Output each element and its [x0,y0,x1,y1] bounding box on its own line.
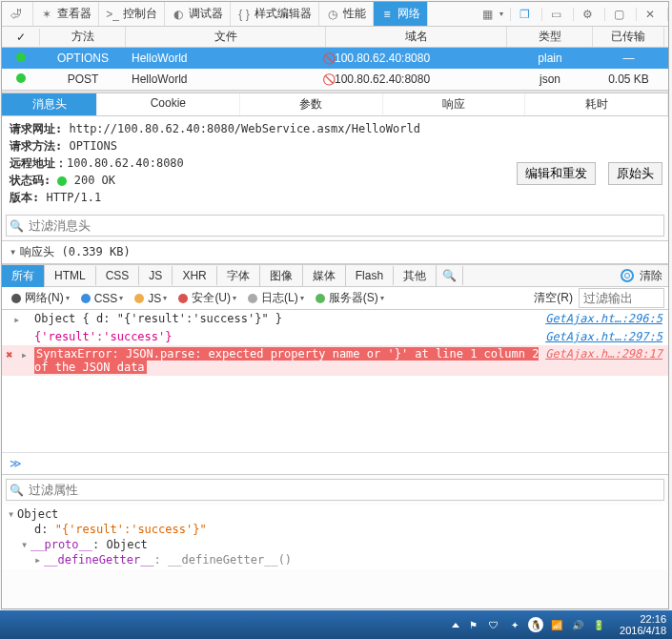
close-button[interactable]: ✕ [637,8,668,21]
filter-search[interactable]: 🔍 [437,266,463,285]
settings-button[interactable]: ⚙ [574,8,605,21]
network-row[interactable]: OPTIONS HelloWorld ⃠100.80.62.40:8080 pl… [2,48,668,69]
col-domain[interactable]: 域名 [326,27,507,47]
log-error-message: SyntaxError: JSON.parse: expected proper… [34,347,539,374]
filter-html[interactable]: HTML [45,266,96,285]
tray-network-icon[interactable]: 📶 [549,617,564,632]
cat-js[interactable]: JS▾ [129,292,173,305]
log-source-link[interactable]: GetAjax.h…:298:17 [545,347,668,374]
tray-icon[interactable]: ⚑ [465,617,480,632]
col-type[interactable]: 类型 [507,27,593,47]
clock-time: 22:16 [620,613,666,625]
object-inspector: ▾Object d: "{'result':'success'}" ▾__pro… [2,505,668,569]
perf-label: 性能 [343,6,366,22]
log-line[interactable]: {'result':'success'} GetAjax.ht…:297:5 [2,328,668,345]
raw-headers-button[interactable]: 原始头 [608,162,662,185]
obj-prop[interactable]: ▸__defineGetter__: __defineGetter__() [8,552,662,567]
tray-shield-icon[interactable]: 🛡 [486,617,501,632]
col-size[interactable]: 已传输 [593,27,664,47]
filter-all[interactable]: 所有 [2,265,45,287]
cat-security[interactable]: 安全(U)▾ [173,290,242,306]
styles-label: 样式编辑器 [255,6,312,22]
gauge-icon: ◷ [326,8,339,21]
headers-panel: 请求网址: http://100.80.62.40:8080/WebServic… [2,116,668,211]
tray-expand-icon[interactable] [452,623,459,628]
filter-media[interactable]: 媒体 [303,265,346,287]
dock-button[interactable]: ▢ [605,8,637,21]
cat-network[interactable]: 网络(N)▾ [6,290,75,306]
style-editor-tab[interactable]: { }样式编辑器 [231,2,319,26]
inspector-tab[interactable]: ✶查看器 [33,2,99,26]
clear-console-button[interactable]: 清空(R) [528,290,579,306]
tab-headers[interactable]: 消息头 [2,93,97,115]
tab-timings[interactable]: 耗时 [525,93,668,115]
console-filter-input[interactable] [579,288,664,308]
pointer-icon: ⮰ [9,8,22,21]
cat-css[interactable]: CSS▾ [75,292,130,305]
col-method[interactable]: 方法 [40,27,126,47]
network-row[interactable]: POST HelloWorld ⃠100.80.62.40:8080 json … [2,69,668,90]
props-filter-input[interactable] [26,480,663,500]
log-source-link[interactable]: GetAjax.ht…:297:5 [545,330,668,343]
network-table-header: ✓ 方法 文件 域名 类型 已传输 [2,27,668,48]
inspector-icon: ✶ [40,8,53,21]
obj-proto[interactable]: ▾__proto__: Object [8,537,662,552]
dock-icon: ▢ [612,8,625,21]
obj-prop[interactable]: d: "{'result':'success'}" [8,522,662,537]
method-label: 请求方法: [10,139,62,153]
windows-taskbar: ⚑ 🛡 ✦ 🐧 📶 🔊 🔋 22:16 2016/4/18 [0,610,672,639]
tray-qq-icon[interactable]: 🐧 [528,617,543,632]
detail-tabs: 消息头 Cookie 参数 响应 耗时 [2,93,668,116]
taskbar-clock[interactable]: 22:16 2016/4/18 [620,613,666,636]
tray-volume-icon[interactable]: 🔊 [570,617,585,632]
tab-params[interactable]: 参数 [240,93,383,115]
status-dot-icon [57,176,67,186]
log-source-link[interactable]: GetAjax.ht…:296:5 [545,312,668,326]
headers-filter-input[interactable] [26,216,663,236]
cell-file: HelloWorld [126,71,326,88]
filter-js[interactable]: JS [139,266,173,285]
console-tab[interactable]: >_控制台 [99,2,165,26]
response-headers-section[interactable]: ▾响应头 (0.339 KB) [2,240,668,264]
extra-tool-1[interactable]: ▦▾ [474,8,511,21]
log-line[interactable]: ▸ Object { d: "{'result':'success'}" } G… [2,310,668,328]
filter-flash[interactable]: Flash [346,266,394,285]
close-icon: ✕ [643,8,657,21]
responsive-design-button[interactable]: ▭ [542,8,574,21]
filter-images[interactable]: 图像 [260,265,303,287]
filter-fonts[interactable]: 字体 [217,265,260,287]
console-output: ▸ Object { d: "{'result':'success'}" } G… [2,310,668,474]
filter-css[interactable]: CSS [96,266,140,285]
clear-button[interactable]: 清除 [640,268,662,284]
tab-cookie[interactable]: Cookie [97,93,240,115]
filter-xhr[interactable]: XHR [173,266,216,285]
version-label: 版本: [10,191,39,204]
performance-tab[interactable]: ◷性能 [319,2,374,26]
tray-battery-icon[interactable]: 🔋 [591,617,606,632]
status-value: 200 OK [74,174,115,187]
cell-domain: 100.80.62.40:8080 [335,52,430,65]
collapse-arrow-icon: ▾ [10,245,16,258]
tray-icon[interactable]: ✦ [507,617,522,632]
pick-element-button[interactable]: ⮰ [2,2,33,26]
cat-server[interactable]: 服务器(S)▾ [310,290,390,306]
col-file[interactable]: 文件 [126,27,326,47]
col-status[interactable]: ✓ [2,29,40,46]
remote-label: 远程地址： [10,156,67,170]
console-label: 控制台 [123,6,157,22]
debugger-tab[interactable]: ◐调试器 [165,2,231,26]
search-icon: 🔍 [7,219,26,233]
perf-analysis-icon[interactable] [621,269,634,282]
frame-select-button[interactable]: ❐ [511,8,542,21]
tab-response[interactable]: 响应 [383,93,526,115]
log-error-line[interactable]: ✖▸ SyntaxError: JSON.parse: expected pro… [2,345,668,376]
frame-icon: ❐ [518,8,531,21]
grid-icon: ▦ [480,8,494,21]
console-category-bar: 网络(N)▾ CSS▾ JS▾ 安全(U)▾ 日志(L)▾ 服务器(S)▾ 清空… [2,287,668,310]
edit-resend-button[interactable]: 编辑和重发 [517,162,596,185]
cat-log[interactable]: 日志(L)▾ [242,290,310,306]
obj-root[interactable]: ▾Object [8,506,662,522]
network-tab[interactable]: ≡网络 [374,2,428,26]
filter-other[interactable]: 其他 [394,265,437,287]
console-prompt[interactable]: ≫ [2,452,668,474]
